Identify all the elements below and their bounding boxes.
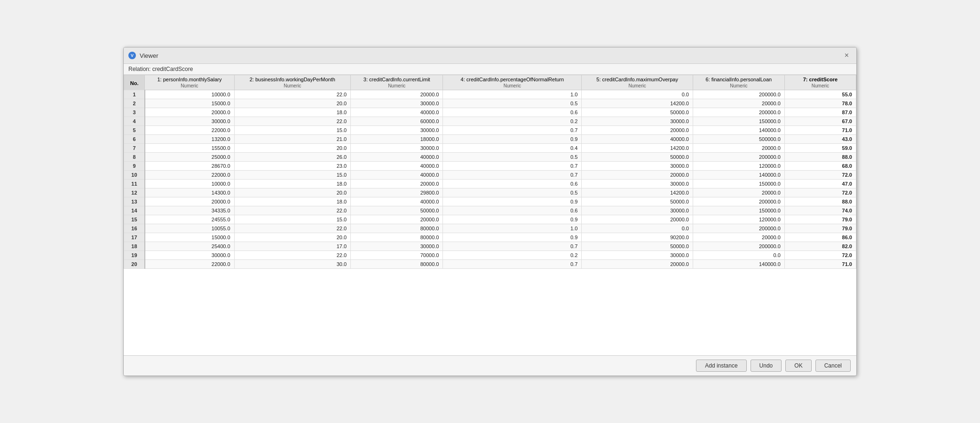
row-no: 6 [124,135,145,144]
add-instance-button[interactable]: Add instance [696,360,746,372]
cell-col5: 30000.0 [582,251,693,260]
cell-col3: 30000.0 [351,144,443,153]
table-row: 1214300.020.029800.00.514200.020000.072.… [124,188,856,197]
cell-col2: 21.0 [234,135,351,144]
cell-col5: 20000.0 [582,215,693,224]
cell-col2: 20.0 [234,233,351,242]
cell-col6: 20000.0 [693,144,784,153]
table-row: 522000.015.030000.00.720000.0140000.071.… [124,126,856,135]
row-no: 14 [124,206,145,215]
cell-col2: 20.0 [234,188,351,197]
cell-col4: 1.0 [443,90,582,99]
cell-col1: 30000.0 [145,251,234,260]
data-table: No.1: personInfo.monthlySalary2: busines… [124,75,856,269]
cell-col6: 500000.0 [693,135,784,144]
cell-col2: 18.0 [234,108,351,117]
table-row: 1930000.022.070000.00.230000.00.072.0 [124,251,856,260]
cell-col5: 30000.0 [582,162,693,171]
cell-col7: 71.0 [784,126,856,135]
col-header-col7: 7: creditScore [784,75,856,83]
col-header-col4: 4: creditCardInfo.percentageOfNormalRetu… [443,75,582,83]
cell-col2: 15.0 [234,126,351,135]
cell-col6: 140000.0 [693,171,784,180]
cell-col3: 50000.0 [351,206,443,215]
row-no: 17 [124,233,145,242]
cell-col7: 82.0 [784,242,856,251]
cell-col1: 13200.0 [145,135,234,144]
row-no: 5 [124,126,145,135]
col-header-col5: 5: creditCardInfo.maximumOverpay [582,75,693,83]
col-type-col5: Numeric [582,83,693,90]
table-row: 110000.022.020000.01.00.0200000.055.0 [124,90,856,99]
cell-col6: 200000.0 [693,90,784,99]
table-row: 928670.023.040000.00.730000.0120000.068.… [124,162,856,171]
row-no: 2 [124,99,145,108]
cell-col7: 78.0 [784,99,856,108]
cell-col7: 79.0 [784,224,856,233]
table-row: 215000.020.030000.00.514200.020000.078.0 [124,99,856,108]
cell-col4: 0.5 [443,99,582,108]
col-header-col6: 6: financialInfo.personalLoan [693,75,784,83]
cell-col4: 0.7 [443,242,582,251]
cell-col5: 30000.0 [582,117,693,126]
cell-col2: 22.0 [234,206,351,215]
title-bar: V Viewer × [124,47,856,64]
undo-button[interactable]: Undo [751,360,782,372]
col-header-col3: 3: creditCardInfo.currentLimit [351,75,443,83]
row-no: 15 [124,215,145,224]
cell-col7: 86.0 [784,233,856,242]
cell-col5: 20000.0 [582,260,693,269]
table-row: 1825400.017.030000.00.750000.0200000.082… [124,242,856,251]
cancel-button[interactable]: Cancel [815,360,851,372]
row-no: 19 [124,251,145,260]
row-no: 13 [124,197,145,206]
cell-col1: 22000.0 [145,260,234,269]
cell-col4: 0.5 [443,153,582,162]
cell-col4: 0.9 [443,197,582,206]
cell-col1: 14300.0 [145,188,234,197]
cell-col1: 20000.0 [145,197,234,206]
row-no: 11 [124,180,145,188]
col-type-col2: Numeric [234,83,351,90]
cell-col3: 30000.0 [351,99,443,108]
cell-col4: 0.9 [443,135,582,144]
table-row: 1110000.018.020000.00.630000.0150000.047… [124,180,856,188]
row-no: 3 [124,108,145,117]
row-no: 8 [124,153,145,162]
cell-col3: 60000.0 [351,117,443,126]
col-type-col1: Numeric [145,83,234,90]
row-no: 18 [124,242,145,251]
cell-col4: 0.6 [443,206,582,215]
cell-col6: 200000.0 [693,242,784,251]
table-row: 320000.018.040000.00.650000.0200000.087.… [124,108,856,117]
viewer-dialog: V Viewer × Relation: creditCardScore No.… [123,47,857,376]
cell-col1: 24555.0 [145,215,234,224]
cell-col5: 50000.0 [582,242,693,251]
cell-col7: 88.0 [784,197,856,206]
cell-col2: 18.0 [234,180,351,188]
table-row: 430000.022.060000.00.230000.0150000.067.… [124,117,856,126]
relation-label: Relation: creditCardScore [124,64,856,75]
col-header-col1: 1: personInfo.monthlySalary [145,75,234,83]
cell-col3: 40000.0 [351,153,443,162]
cell-col5: 0.0 [582,90,693,99]
footer: Add instance Undo OK Cancel [124,355,856,376]
cell-col2: 20.0 [234,144,351,153]
close-button[interactable]: × [842,50,852,61]
cell-col5: 40000.0 [582,135,693,144]
row-no: 20 [124,260,145,269]
cell-col3: 40000.0 [351,162,443,171]
cell-col2: 18.0 [234,197,351,206]
col-header-col2: 2: businessInfo.workingDayPerMonth [234,75,351,83]
ok-button[interactable]: OK [785,360,811,372]
cell-col1: 30000.0 [145,117,234,126]
cell-col4: 0.5 [443,188,582,197]
cell-col1: 20000.0 [145,108,234,117]
cell-col5: 14200.0 [582,188,693,197]
cell-col2: 20.0 [234,99,351,108]
cell-col7: 71.0 [784,260,856,269]
row-no: 7 [124,144,145,153]
cell-col1: 28670.0 [145,162,234,171]
cell-col1: 34335.0 [145,206,234,215]
cell-col6: 140000.0 [693,126,784,135]
